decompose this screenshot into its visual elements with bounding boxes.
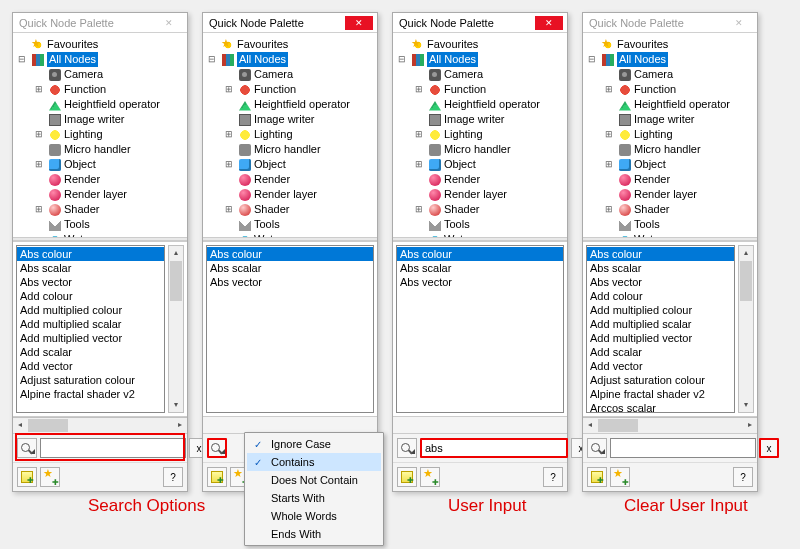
search-options-button[interactable] [397,438,417,458]
list-item[interactable]: Alpine fractal shader v2 [17,387,164,401]
tree-item[interactable]: Function [64,82,106,97]
tree-item[interactable]: Lighting [634,127,673,142]
add-node-button[interactable] [587,467,607,487]
search-options-button[interactable] [17,438,37,458]
list-item[interactable]: Abs vector [17,275,164,289]
tree-item[interactable]: Micro handler [634,142,701,157]
titlebar[interactable]: Quick Node Palette ✕ [13,13,187,33]
list-item[interactable]: Abs vector [207,275,373,289]
help-button[interactable]: ? [543,467,563,487]
titlebar[interactable]: Quick Node Palette ✕ [583,13,757,33]
menu-item[interactable]: Whole Words [247,507,381,525]
titlebar[interactable]: Quick Node Palette ✕ [203,13,377,33]
menu-item[interactable]: Does Not Contain [247,471,381,489]
tree-item[interactable]: Render layer [254,187,317,202]
list-item[interactable]: Add multiplied colour [587,303,734,317]
list-item[interactable]: Add vector [17,359,164,373]
close-icon[interactable]: ✕ [535,16,563,30]
horizontal-scrollbar[interactable]: ◂ ▸ [13,417,187,433]
scroll-right-icon[interactable]: ▸ [173,418,187,433]
tree-item[interactable]: Render [64,172,100,187]
tree-item[interactable]: Image writer [444,112,505,127]
tree-item-all-nodes[interactable]: All Nodes [47,52,98,67]
tree-item[interactable]: Heightfield operator [254,97,350,112]
tree-item-all-nodes[interactable]: All Nodes [237,52,288,67]
list-item[interactable]: Abs colour [587,247,734,261]
add-favourite-button[interactable] [420,467,440,487]
list-item[interactable]: Abs colour [17,247,164,261]
tree-item-all-nodes[interactable]: All Nodes [617,52,668,67]
close-icon[interactable]: ✕ [345,16,373,30]
search-options-button[interactable] [207,438,227,458]
tree-item[interactable]: Heightfield operator [634,97,730,112]
tree-item-favourites[interactable]: Favourites [237,37,288,52]
tree-item[interactable]: Camera [64,67,103,82]
tree-item[interactable]: Camera [634,67,673,82]
titlebar[interactable]: Quick Node Palette ✕ [393,13,567,33]
tree-item[interactable]: Image writer [254,112,315,127]
tree-item[interactable]: Shader [444,202,479,217]
node-tree[interactable]: ·Favourites ⊟All Nodes ··Camera ·⊞Functi… [583,33,757,237]
list-item[interactable]: Abs scalar [17,261,164,275]
tree-item-favourites[interactable]: Favourites [47,37,98,52]
tree-item[interactable]: Camera [254,67,293,82]
tree-item[interactable]: Function [634,82,676,97]
node-list[interactable]: Abs colour Abs scalar Abs vector [396,245,564,413]
scroll-up-icon[interactable]: ▴ [169,246,183,260]
list-item[interactable]: Abs scalar [207,261,373,275]
scroll-left-icon[interactable]: ◂ [13,418,27,433]
list-item[interactable]: Abs colour [207,247,373,261]
search-options-button[interactable] [587,438,607,458]
close-icon[interactable]: ✕ [155,16,183,30]
vertical-scrollbar[interactable]: ▴ ▾ [168,245,184,413]
list-item[interactable]: Add scalar [17,345,164,359]
tree-item[interactable]: Tools [634,217,660,232]
list-item[interactable]: Add multiplied colour [17,303,164,317]
tree-item-all-nodes[interactable]: All Nodes [427,52,478,67]
list-item[interactable]: Adjust saturation colour [17,373,164,387]
tree-item[interactable]: Object [444,157,476,172]
tree-item[interactable]: Tools [64,217,90,232]
search-input[interactable] [420,438,568,458]
menu-item[interactable]: Starts With [247,489,381,507]
horizontal-scrollbar[interactable]: ◂ ▸ [583,417,757,433]
clear-search-button[interactable]: x [759,438,779,458]
scroll-down-icon[interactable]: ▾ [169,398,183,412]
list-item[interactable]: Add colour [587,289,734,303]
tree-item[interactable]: Camera [444,67,483,82]
help-button[interactable]: ? [733,467,753,487]
tree-item[interactable]: Heightfield operator [444,97,540,112]
tree-item-favourites[interactable]: Favourites [427,37,478,52]
tree-item[interactable]: Lighting [64,127,103,142]
scroll-thumb[interactable] [170,261,182,301]
tree-item[interactable]: Heightfield operator [64,97,160,112]
tree-item[interactable]: Image writer [634,112,695,127]
node-tree[interactable]: ·Favourites ⊟All Nodes ··Camera ·⊞Functi… [203,33,377,237]
tree-item[interactable]: Shader [254,202,289,217]
scroll-right-icon[interactable]: ▸ [743,418,757,433]
add-node-button[interactable] [397,467,417,487]
help-button[interactable]: ? [163,467,183,487]
tree-item[interactable]: Render [254,172,290,187]
node-tree[interactable]: ·Favourites ⊟All Nodes ··Camera ·⊞Functi… [13,33,187,237]
tree-item[interactable]: Micro handler [254,142,321,157]
node-tree[interactable]: ·Favourites ⊟All Nodes ··Camera ·⊞Functi… [393,33,567,237]
list-item[interactable]: Abs scalar [397,261,563,275]
scroll-down-icon[interactable]: ▾ [739,398,753,412]
list-item[interactable]: Add scalar [587,345,734,359]
scroll-up-icon[interactable]: ▴ [739,246,753,260]
tree-item[interactable]: Render layer [634,187,697,202]
tree-item[interactable]: Tools [254,217,280,232]
list-item[interactable]: Abs scalar [587,261,734,275]
tree-item[interactable]: Render layer [444,187,507,202]
list-item[interactable]: Adjust saturation colour [587,373,734,387]
menu-item[interactable]: Ends With [247,525,381,543]
add-favourite-button[interactable] [610,467,630,487]
scroll-thumb[interactable] [740,261,752,301]
tree-item[interactable]: Micro handler [444,142,511,157]
tree-item[interactable]: Shader [64,202,99,217]
tree-item[interactable]: Object [254,157,286,172]
search-input[interactable] [40,438,186,458]
list-item[interactable]: Alpine fractal shader v2 [587,387,734,401]
menu-item[interactable]: ✓Ignore Case [247,435,381,453]
